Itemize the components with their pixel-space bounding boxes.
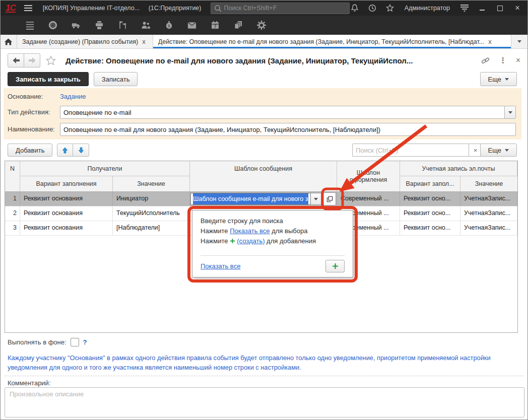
print-icon[interactable] (94, 20, 104, 30)
cell-account-variant[interactable]: Реквизит осно... (400, 221, 460, 235)
settings-gear-icon[interactable] (256, 20, 267, 30)
marketing-flags-icon[interactable] (117, 20, 127, 30)
money-bag-icon[interactable]: $ (164, 20, 174, 30)
run-in-background-checkbox[interactable] (71, 338, 79, 346)
tab-close-icon[interactable]: x (488, 38, 492, 45)
show-all-link[interactable]: Показать все (201, 262, 240, 270)
history-icon[interactable] (367, 3, 377, 13)
save-button[interactable]: Записать (94, 72, 138, 86)
minimize-button[interactable] (477, 3, 487, 13)
template-choice-popup: Введите строку для поиска Нажмите Показа… (192, 210, 353, 277)
cell-value[interactable]: Инициатор (113, 192, 190, 206)
base-value-link[interactable]: Задание (60, 93, 86, 100)
main-menu-icon[interactable] (24, 5, 33, 12)
base-label: Основание: (8, 93, 43, 100)
window-title-suffix: (1С:Предприятие) (149, 5, 202, 12)
selected-text: Шаблон сообщения e-mail для нового з (193, 193, 308, 205)
cell-fill-variant[interactable]: Реквизит основания (20, 221, 113, 235)
col-header-design-template[interactable]: Шаблон оформления (337, 161, 400, 191)
action-type-value: Оповещение по e-mail (60, 109, 504, 116)
action-type-dropdown-button[interactable] (504, 106, 515, 118)
run-in-background-row: Выполнять в фоне: ? (8, 338, 87, 346)
favorites-star-icon[interactable] (385, 3, 395, 13)
create-link[interactable]: (создать) (237, 237, 265, 245)
global-search[interactable] (211, 3, 350, 14)
col-header-message-template[interactable]: Шаблон сообщения (190, 161, 337, 191)
cell-fill-variant[interactable]: Реквизит основания (20, 206, 113, 221)
tab-close-icon[interactable]: x (142, 38, 146, 45)
more-button[interactable]: Еще (480, 72, 517, 86)
col-header-account-value[interactable]: Значение (460, 176, 517, 191)
message-template-input[interactable]: Шаблон сообщения e-mail для нового з (190, 193, 311, 205)
col-header-fill-variant[interactable]: Вариант заполнения (20, 176, 113, 191)
cell-fill-variant[interactable]: Реквизит основания (20, 192, 113, 206)
move-up-button[interactable] (57, 144, 73, 157)
more-actions-icon[interactable]: ⋮ (499, 56, 507, 65)
delivery-truck-icon[interactable] (71, 20, 81, 30)
add-row-button[interactable]: Добавить (8, 144, 52, 157)
mail-icon[interactable] (187, 20, 197, 30)
users-icon[interactable] (141, 20, 151, 30)
cell-account-value[interactable]: УчетнаяЗапис... (460, 206, 517, 221)
col-header-n[interactable]: N (5, 161, 20, 191)
info-text: Каждому участнику "Основания" в рамках о… (8, 353, 510, 372)
close-form-icon[interactable]: × (516, 56, 520, 65)
col-header-recipients[interactable]: Получатели (20, 161, 190, 176)
notifications-bell-icon[interactable] (350, 3, 360, 13)
svg-text:7: 7 (214, 25, 216, 29)
move-down-button[interactable] (73, 144, 89, 157)
cell-account-variant[interactable]: Реквизит осно... (400, 206, 460, 221)
action-type-field[interactable]: Оповещение по e-mail (60, 106, 516, 119)
close-window-button[interactable]: × (512, 3, 522, 13)
functions-menu-icon[interactable] (25, 20, 35, 30)
tab-task-create[interactable]: Задание (создание) (Правило события) x (17, 35, 153, 48)
col-header-value[interactable]: Значение (113, 176, 190, 191)
tab-action-notification[interactable]: Действие: Оповещение по e-mail для новог… (153, 35, 511, 48)
action-type-label: Тип действия: (8, 108, 50, 116)
form-header: Действие: Оповещение по e-mail для новог… (8, 53, 520, 68)
service-menu-icon[interactable] (459, 3, 470, 13)
cell-account-value[interactable]: УчетнаяЗапис... (460, 221, 517, 235)
tab-label: Действие: Оповещение по e-mail для новог… (158, 38, 485, 45)
create-new-button[interactable] (325, 260, 345, 272)
sections-toolbar: $ 7 (1, 16, 527, 35)
plus-icon (230, 238, 235, 244)
current-user[interactable]: Администратор (405, 5, 450, 12)
popup-hint-3: Нажмите (создать) для добавления (201, 236, 345, 246)
open-template-button[interactable] (323, 192, 336, 205)
cell-value[interactable]: [Наблюдатели] (113, 221, 190, 235)
template-dropdown-button[interactable] (311, 193, 321, 205)
add-to-favorites-star-icon[interactable] (45, 55, 56, 66)
name-field[interactable]: Оповещение по e-mail для нового задания … (60, 123, 516, 136)
nav-forward-button[interactable] (24, 53, 40, 67)
comment-textarea[interactable] (5, 387, 524, 417)
global-search-input[interactable] (222, 5, 349, 12)
maximize-button[interactable] (495, 3, 505, 13)
tab-list-dropdown[interactable] (511, 35, 527, 48)
cell-account-value[interactable]: УчетнаяЗапис... (460, 192, 517, 206)
show-all-inline-link[interactable]: Показать все (230, 227, 270, 235)
nav-back-button[interactable] (8, 53, 24, 67)
save-and-close-button[interactable]: Записать и закрыть (8, 72, 89, 86)
table-search-input[interactable] (352, 144, 469, 157)
copy-link-icon[interactable] (481, 56, 490, 65)
col-header-email-account[interactable]: Учетная запись эл.почты (400, 161, 517, 176)
table-row[interactable]: 1 Реквизит основания Инициатор Шаблон со… (5, 192, 517, 206)
row-number: 1 (5, 192, 20, 206)
chevron-down-icon (314, 198, 318, 200)
svg-text:$: $ (168, 24, 170, 28)
cell-design-template[interactable]: Современный ... (337, 192, 400, 206)
col-header-account-variant[interactable]: Вариант запол... (400, 176, 460, 191)
support-lifebuoy-icon[interactable] (48, 20, 58, 30)
tab-label: Задание (создание) (Правило события) (22, 38, 138, 45)
cell-account-variant[interactable]: Реквизит осно... (400, 192, 460, 206)
copies-stack-icon[interactable] (233, 20, 243, 30)
cell-value[interactable]: ТекущийИсполнитель (113, 206, 190, 221)
help-link[interactable]: ? (83, 338, 87, 346)
cell-message-template-edit[interactable]: Шаблон сообщения e-mail для нового з (190, 192, 337, 206)
table-more-button[interactable]: Еще (480, 144, 517, 157)
calendar-icon[interactable]: 7 (210, 20, 220, 30)
1c-logo: 1С (6, 4, 16, 13)
hint-text: для выбора (270, 227, 308, 235)
home-tab[interactable] (1, 35, 17, 48)
